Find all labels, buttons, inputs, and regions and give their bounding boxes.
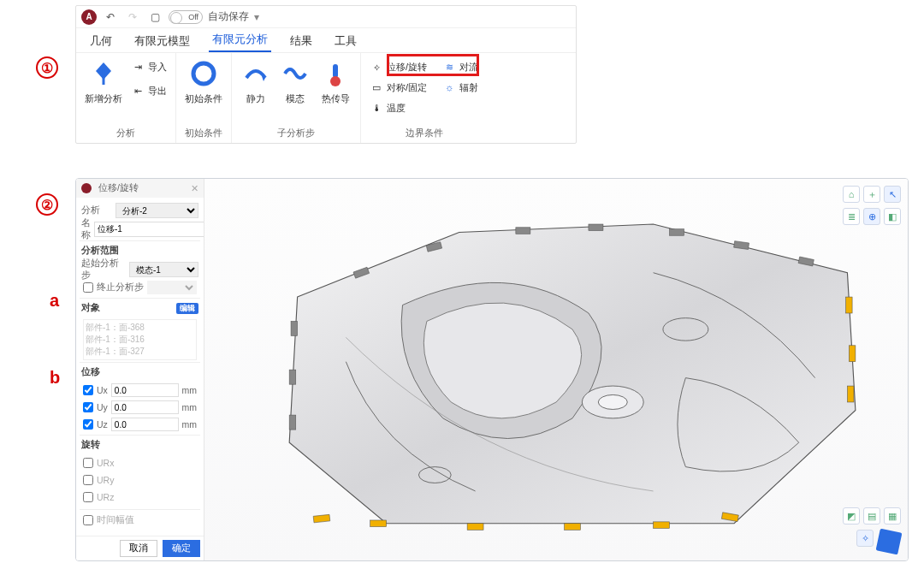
ux-unit: mm — [182, 385, 198, 395]
static-icon — [240, 58, 271, 89]
heat-icon — [320, 58, 351, 89]
panel-header: 位移/旋转 ✕ — [76, 179, 204, 198]
vp-magnet-icon[interactable]: ⊕ — [863, 208, 880, 225]
ux-checkbox[interactable] — [83, 385, 93, 395]
viewport-tools-bottom: ◩ ▤ ▦ ✧ — [843, 507, 901, 554]
section-displacement-heading: 位移 — [80, 362, 200, 382]
vp-mode1-icon[interactable]: ◩ — [843, 507, 860, 525]
bc-radiation-button[interactable]: ☼辐射 — [442, 79, 478, 96]
panel-title: 位移/旋转 — [98, 182, 139, 194]
svg-rect-10 — [849, 346, 856, 362]
uz-input[interactable] — [111, 418, 179, 431]
redo-button[interactable]: ↷ — [124, 9, 141, 26]
uy-unit: mm — [182, 402, 198, 412]
bc-temperature-button[interactable]: 🌡温度 — [370, 99, 427, 116]
bc-displacement-icon: ⟡ — [370, 60, 383, 74]
bc-symmetry-button[interactable]: ▭对称/固定 — [370, 79, 427, 96]
ux-label: Ux — [97, 385, 108, 395]
ury-label: URy — [97, 475, 114, 485]
ribbon-body: 新增分析 ⇥导入 ⇤导出 分析 初始条件 初始条件 — [76, 52, 576, 143]
new-analysis-icon — [88, 58, 119, 89]
target-item: 部件-1：面-327 — [86, 346, 194, 358]
undo-button[interactable]: ↶ — [102, 9, 119, 26]
annotation-1: ① — [36, 56, 58, 79]
ury-checkbox[interactable] — [83, 475, 93, 485]
autosave-chevron-icon[interactable]: ▾ — [254, 11, 259, 23]
tab-fe-analysis[interactable]: 有限元分析 — [209, 28, 271, 52]
name-input[interactable] — [94, 222, 204, 237]
model-render — [204, 179, 908, 560]
heat-button[interactable]: 热传导 — [319, 58, 352, 105]
target-edit-badge[interactable]: 编辑 — [176, 303, 198, 314]
panel-body: 分析 分析-2 名称 分析范围 起始分析步 模态-1 终止分析步 对象 编辑 — [76, 198, 204, 536]
autosave-toggle[interactable]: Off — [169, 10, 203, 24]
new-analysis-label: 新增分析 — [85, 92, 122, 105]
cancel-button[interactable]: 取消 — [120, 540, 157, 557]
tab-fe-model[interactable]: 有限元模型 — [131, 30, 193, 52]
ribbon-group-initcond-label: 初始条件 — [185, 125, 222, 141]
initial-condition-icon — [188, 58, 219, 89]
section-target-label: 对象 — [81, 302, 100, 314]
svg-rect-1 — [333, 64, 338, 78]
panel-close-icon[interactable]: ✕ — [191, 183, 198, 193]
export-icon: ⇤ — [131, 84, 145, 98]
svg-rect-19 — [291, 321, 298, 335]
svg-point-0 — [193, 63, 214, 84]
viewport-tools-top: ⌂ ＋ ↖ ≣ ⊕ ◧ — [843, 186, 901, 225]
svg-rect-15 — [589, 224, 603, 231]
vp-nav-cube[interactable] — [877, 530, 901, 554]
vp-cube-icon[interactable]: ◧ — [884, 208, 901, 225]
field-endstep-label: 终止分析步 — [97, 282, 144, 293]
export-label: 导出 — [148, 85, 167, 98]
uz-checkbox[interactable] — [83, 419, 93, 430]
startstep-select[interactable]: 模态-1 — [129, 262, 198, 277]
endstep-checkbox[interactable] — [83, 282, 93, 293]
save-button[interactable]: ▢ — [146, 9, 163, 26]
uy-label: Uy — [97, 402, 108, 412]
urz-checkbox[interactable] — [83, 492, 93, 502]
analysis-select[interactable]: 分析-2 — [116, 203, 198, 218]
tab-geometry[interactable]: 几何 — [86, 30, 116, 52]
tab-tools[interactable]: 工具 — [331, 30, 360, 52]
modal-button[interactable]: 模态 — [280, 58, 311, 105]
initial-condition-button[interactable]: 初始条件 — [185, 58, 222, 105]
ok-button[interactable]: 确定 — [163, 540, 200, 557]
tab-results[interactable]: 结果 — [287, 30, 316, 52]
vp-cursor-icon[interactable]: ↖ — [884, 186, 901, 203]
svg-rect-3 — [313, 514, 330, 522]
ux-input[interactable] — [111, 383, 179, 397]
import-button[interactable]: ⇥导入 — [131, 58, 167, 75]
highlight-bc-displacement — [387, 54, 479, 76]
heat-label: 热传导 — [322, 92, 350, 105]
bc-symmetry-icon: ▭ — [370, 80, 383, 94]
endstep-select[interactable] — [147, 281, 197, 294]
static-button[interactable]: 静力 — [240, 58, 271, 105]
target-list[interactable]: 部件-1：面-368 部件-1：面-316 部件-1：面-327 — [83, 319, 197, 360]
vp-plus-icon[interactable]: ＋ — [863, 186, 880, 203]
import-label: 导入 — [148, 61, 167, 74]
svg-rect-16 — [516, 228, 530, 234]
vp-home-icon[interactable]: ⌂ — [843, 186, 860, 203]
new-analysis-button[interactable]: 新增分析 — [85, 58, 122, 105]
svg-rect-7 — [653, 522, 669, 529]
uy-checkbox[interactable] — [83, 402, 93, 412]
vp-layers-icon[interactable]: ≣ — [843, 208, 860, 225]
panel-app-icon — [81, 183, 92, 193]
time-amplitude-checkbox[interactable] — [83, 515, 93, 525]
section-rotation-heading: 旋转 — [80, 435, 200, 454]
viewport-3d[interactable]: ⌂ ＋ ↖ ≣ ⊕ ◧ ◩ ▤ ▦ ✧ — [204, 179, 908, 560]
uy-input[interactable] — [111, 400, 179, 414]
svg-rect-14 — [669, 229, 684, 236]
app-icon: A — [81, 9, 97, 25]
urx-checkbox[interactable] — [83, 458, 93, 468]
main-area: 位移/旋转 ✕ 分析 分析-2 名称 分析范围 起始分析步 模态-1 终止分析步 — [75, 178, 909, 561]
ribbon-group-initcond: 初始条件 初始条件 — [176, 53, 232, 143]
target-item: 部件-1：面-316 — [86, 334, 194, 346]
export-button[interactable]: ⇤导出 — [131, 82, 167, 99]
vp-mode2-icon[interactable]: ▤ — [863, 507, 880, 525]
field-startstep-label: 起始分析步 — [81, 258, 126, 282]
vp-mode3-icon[interactable]: ▦ — [884, 507, 901, 525]
vp-axis-icon[interactable]: ✧ — [856, 530, 874, 547]
svg-rect-11 — [847, 386, 854, 402]
ribbon-group-bc-label: 边界条件 — [406, 125, 443, 141]
